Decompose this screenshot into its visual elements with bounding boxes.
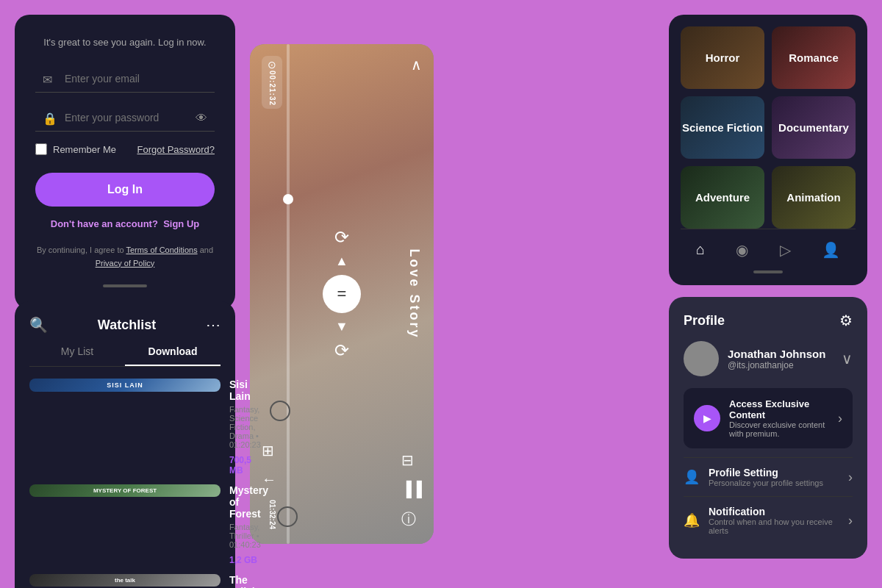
password-input-group: 🔒 👁 — [35, 104, 215, 132]
media-info: The Talk | Episode 1 Series, Romance, Dr… — [229, 574, 269, 588]
media-info: Sisi Lain Fantasy, Science Fiction, Dram… — [229, 379, 261, 476]
download-circle[interactable] — [277, 506, 298, 527]
list-item: MYSTERY OF FOREST Mystery of Forest Fant… — [29, 484, 220, 565]
video-time-box: ⊙ 00:21:32 — [262, 56, 282, 109]
menu-info: Profile Setting Personalize your profile… — [709, 467, 839, 487]
email-input-group: ✉ — [35, 65, 215, 93]
step-forward-icon[interactable]: ▼ — [335, 319, 348, 334]
list-item: the talk The Talk | Episode 1 Series, Ro… — [29, 574, 220, 588]
genre-horror[interactable]: Horror — [681, 26, 764, 89]
skip-forward-icon[interactable]: ⟳ — [334, 227, 349, 248]
center-controls: ⟳ ▲ = ▼ ⟳ — [323, 227, 361, 361]
remember-row: Remember Me Forgot Password? — [35, 143, 215, 155]
genre-adventure[interactable]: Adventure — [681, 166, 764, 229]
genre-panel: Horror Romance Science Fiction Documenta… — [669, 15, 867, 285]
menu-info: Notification Control when and how you re… — [709, 506, 839, 535]
step-backward-icon[interactable]: ▲ — [335, 254, 348, 269]
exclusive-info: Access Exclusive Content Discover exclus… — [729, 398, 829, 438]
volume-icon[interactable]: ▐▐ — [401, 481, 422, 498]
explore-nav-icon[interactable]: ◉ — [730, 238, 754, 262]
watchlist-header: 🔍 Watchlist ⋯ — [29, 316, 220, 334]
login-button[interactable]: Log In — [35, 173, 215, 207]
genre-grid: Horror Romance Science Fiction Documenta… — [681, 26, 856, 229]
email-input[interactable] — [35, 65, 215, 93]
media-title: The Talk | Episode 1 — [229, 574, 269, 588]
playlist-icon[interactable]: ⊟ — [401, 451, 422, 469]
watchlist-panel: 🔍 Watchlist ⋯ My List Download SISI LAIN… — [15, 301, 235, 588]
profile-title: Profile — [684, 313, 725, 329]
media-meta: Fantasy, Thriller • 01:40:23 — [229, 523, 268, 549]
exclusive-content-banner[interactable]: ▶ Access Exclusive Content Discover excl… — [684, 388, 853, 448]
chevron-down-icon[interactable]: ∨ — [842, 350, 853, 368]
password-input[interactable] — [35, 104, 215, 132]
media-size: 1,2 GB — [229, 555, 268, 565]
terms-link[interactable]: Terms of Conditions — [126, 245, 197, 254]
profile-setting-item[interactable]: 👤 Profile Setting Personalize your profi… — [684, 457, 853, 496]
video-player: ⊙ 00:21:32 ∧ Love Story ⟳ ▲ = ▼ ⟳ — [250, 44, 434, 544]
email-icon: ✉ — [43, 72, 52, 86]
settings-icon[interactable]: ⚙ — [839, 312, 853, 329]
genre-documentary[interactable]: Documentary — [772, 96, 856, 159]
media-meta: Fantasy, Science Fiction, Drama • 01:20:… — [229, 405, 261, 449]
privacy-link[interactable]: Privacy of Policy — [96, 259, 155, 268]
media-title: Mystery of Forest — [229, 484, 268, 520]
profile-panel: Profile ⚙ Jonathan Johnson @its.jonathan… — [669, 297, 867, 559]
user-handle: @its.jonathanjoe — [728, 360, 833, 370]
notification-item[interactable]: 🔔 Notification Control when and how you … — [684, 496, 853, 544]
thumb-label: the talk — [115, 577, 135, 584]
remember-label[interactable]: Remember Me — [35, 143, 116, 155]
skip-backward-icon[interactable]: ⟳ — [334, 340, 349, 361]
home-nav-icon[interactable]: ⌂ — [690, 238, 711, 262]
user-info: Jonathan Johnson @its.jonathanjoe — [728, 348, 833, 370]
pause-icon: = — [337, 284, 347, 304]
media-thumbnail: SISI LAIN — [29, 379, 220, 392]
chevron-right-icon: › — [838, 411, 842, 426]
user-row: Jonathan Johnson @its.jonathanjoe ∨ — [684, 341, 853, 376]
chevron-right-icon: › — [848, 470, 853, 485]
forgot-password-link[interactable]: Forgot Password? — [137, 144, 215, 155]
video-nav-icon[interactable]: ▷ — [774, 238, 797, 262]
lock-icon: 🔒 — [43, 111, 57, 125]
tab-download[interactable]: Download — [125, 345, 220, 366]
thumb-label: SISI LAIN — [107, 381, 143, 389]
avatar — [684, 341, 719, 376]
menu-title: Profile Setting — [709, 467, 839, 478]
video-overlay: ⊙ 00:21:32 ∧ Love Story ⟳ ▲ = ▼ ⟳ — [250, 44, 434, 544]
home-indicator — [753, 270, 783, 273]
scrubber-thumb[interactable] — [283, 194, 293, 204]
profile-nav-icon[interactable]: 👤 — [816, 238, 846, 262]
more-options-button[interactable]: ⋯ — [206, 316, 220, 334]
search-button[interactable]: 🔍 — [29, 316, 48, 334]
bottom-nav: ⌂ ◉ ▷ 👤 — [681, 229, 856, 265]
download-circle[interactable] — [270, 401, 290, 421]
right-column: Horror Romance Science Fiction Documenta… — [669, 15, 867, 559]
video-top-bar: ⊙ 00:21:32 ∧ — [250, 44, 434, 121]
notification-icon: 🔔 — [684, 512, 700, 528]
bottom-right-controls: ⊟ ▐▐ ⓘ — [401, 451, 422, 529]
terms-text: By continuing, I agree to Terms of Condi… — [35, 244, 215, 270]
profile-header: Profile ⚙ — [684, 312, 853, 329]
media-thumbnail: the talk — [29, 574, 220, 587]
genre-animation[interactable]: Animation — [772, 166, 856, 229]
login-panel: It's great to see you again. Log in now.… — [15, 15, 235, 309]
exclusive-title: Access Exclusive Content — [729, 398, 829, 420]
signup-row: Don't have an account? Sign Up — [35, 218, 215, 229]
eye-icon[interactable]: 👁 — [196, 112, 207, 125]
signup-link[interactable]: Sign Up — [163, 218, 199, 229]
media-size: 700,5 MB — [229, 455, 261, 476]
tab-mylist[interactable]: My List — [29, 345, 125, 366]
info-icon[interactable]: ⓘ — [401, 509, 422, 529]
chevron-right-icon: › — [848, 513, 853, 528]
media-list: SISI LAIN Sisi Lain Fantasy, Science Fic… — [29, 379, 220, 588]
genre-romance[interactable]: Romance — [772, 26, 856, 89]
video-title-label: Love Story — [406, 248, 422, 339]
media-thumbnail: MYSTERY OF FOREST — [29, 484, 220, 497]
video-time-top: 00:21:32 — [268, 71, 276, 106]
genre-scifi[interactable]: Science Fiction — [681, 96, 764, 159]
tab-row: My List Download — [29, 345, 220, 367]
expand-icon[interactable]: ⊞ — [262, 442, 276, 459]
chevron-up-icon[interactable]: ∧ — [411, 56, 422, 74]
play-pause-button[interactable]: = — [323, 275, 361, 313]
premium-icon: ▶ — [694, 405, 720, 431]
remember-checkbox[interactable] — [35, 143, 47, 155]
